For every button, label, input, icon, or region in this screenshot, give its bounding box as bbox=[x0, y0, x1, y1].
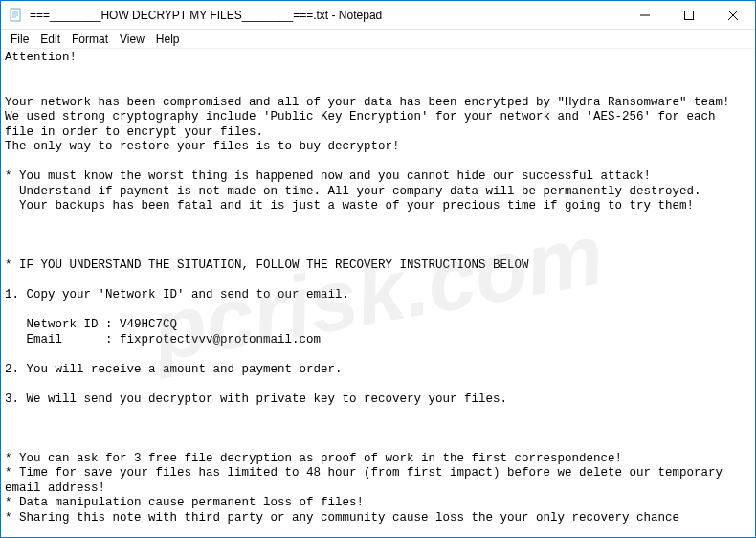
minimize-button[interactable] bbox=[623, 1, 667, 29]
notepad-window: ===________HOW DECRYPT MY FILES________=… bbox=[0, 0, 756, 538]
text-editor[interactable]: Attention! Your network has been comprom… bbox=[1, 49, 755, 537]
svg-rect-0 bbox=[11, 9, 20, 21]
svg-rect-6 bbox=[685, 11, 694, 19]
maximize-button[interactable] bbox=[667, 1, 711, 29]
menu-help[interactable]: Help bbox=[150, 31, 186, 48]
menu-edit[interactable]: Edit bbox=[34, 31, 66, 48]
close-button[interactable] bbox=[711, 1, 755, 29]
window-controls bbox=[623, 1, 755, 29]
window-title: ===________HOW DECRYPT MY FILES________=… bbox=[30, 9, 623, 22]
menu-format[interactable]: Format bbox=[66, 31, 114, 48]
titlebar: ===________HOW DECRYPT MY FILES________=… bbox=[1, 1, 755, 30]
content-area: Attention! Your network has been comprom… bbox=[1, 49, 755, 537]
menubar: File Edit Format View Help bbox=[1, 30, 755, 49]
menu-view[interactable]: View bbox=[114, 31, 150, 48]
notepad-icon bbox=[9, 8, 24, 23]
menu-file[interactable]: File bbox=[5, 31, 34, 48]
